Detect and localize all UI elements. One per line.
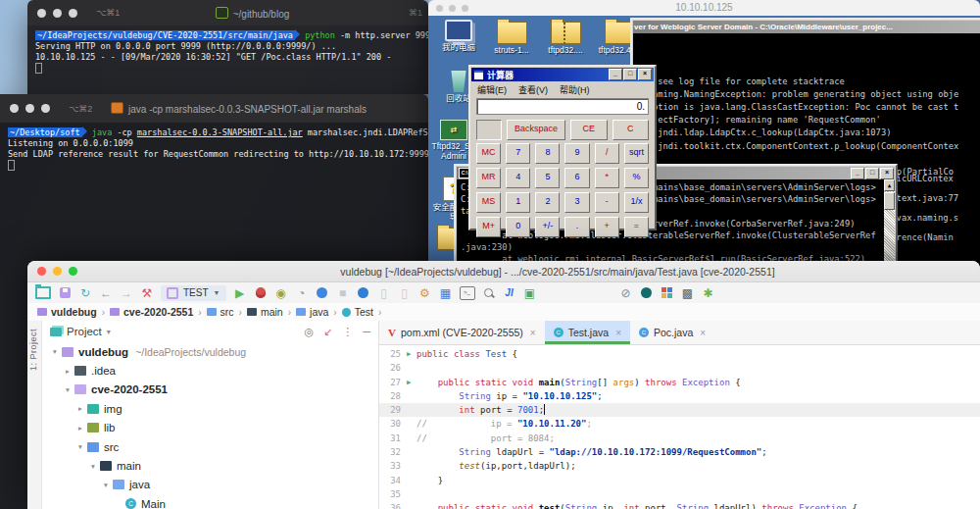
terminal1-output[interactable]: ~/IdeaProjects/vuldebug/CVE-2020-2551/sr…	[27, 25, 428, 94]
project-stripe-label[interactable]: 1: Project	[28, 329, 38, 371]
build-hammer-icon[interactable]: ⚒	[140, 285, 154, 301]
calculator-titlebar[interactable]: 计算器 _□×	[471, 68, 654, 81]
tree-item-main[interactable]: CMain	[42, 494, 378, 509]
close-button[interactable]	[436, 5, 443, 12]
minimize-button[interactable]	[449, 5, 456, 12]
calc-menu-item[interactable]: 查看(V)	[518, 83, 548, 96]
weblogic-console-titlebar[interactable]: ver for Weblogic Server Domain - C:\Orac…	[633, 21, 980, 33]
settings-gear-icon[interactable]: ⚙	[418, 285, 432, 301]
editor-area[interactable]: Vpom.xml (CVE-2020-2555)×CTest.java×CPoc…	[379, 321, 980, 509]
cmd-console-maximize-button[interactable]: □	[865, 168, 879, 179]
calc-button-1[interactable]: 1	[506, 192, 530, 213]
services-grid-icon[interactable]: ▦	[439, 285, 453, 301]
calc-button-+[interactable]: +	[595, 217, 619, 237]
open-project-icon[interactable]	[35, 285, 51, 301]
calc-button-MR[interactable]: MR	[476, 168, 501, 188]
save-all-icon[interactable]	[58, 285, 72, 301]
desktop-icon-my-computer[interactable]: 我的电脑	[432, 20, 485, 53]
close-button[interactable]	[10, 104, 19, 113]
calc-button-MC[interactable]: MC	[476, 143, 501, 164]
zoom-button[interactable]	[69, 9, 77, 18]
stop-icon[interactable]: ■	[336, 285, 350, 301]
breadcrumb-item-vuldebug[interactable]: vuldebug	[37, 306, 97, 318]
calculator-close-button[interactable]: ×	[638, 69, 652, 80]
cmd-console-close-button[interactable]: ×	[880, 168, 894, 179]
minimize-button[interactable]	[53, 267, 62, 276]
calc-menu-item[interactable]: 帮助(H)	[560, 83, 590, 96]
calc-button-%[interactable]: %	[624, 168, 649, 188]
calculator-minimize-button[interactable]: _	[609, 69, 622, 80]
tool-window-stripe[interactable]: 1: Project	[27, 321, 42, 509]
calc-button-3[interactable]: 3	[564, 192, 589, 213]
desktop-icon-struts-folder[interactable]: struts-1...	[485, 22, 538, 56]
minimize-button[interactable]	[25, 104, 34, 113]
calc-button-.[interactable]: .	[564, 217, 589, 237]
back-icon[interactable]: ←	[99, 285, 113, 301]
run-icon[interactable]: ▶	[233, 285, 247, 301]
collapse-all-icon[interactable]: ↙	[323, 326, 332, 338]
code-editor[interactable]: 25▶public class Test {26 27▶ public stat…	[379, 344, 980, 509]
sync-icon[interactable]: ↻	[78, 285, 92, 301]
calc-button-=[interactable]: =	[624, 217, 649, 237]
sonarlint-icon[interactable]	[640, 285, 654, 301]
breadcrumb-item-main[interactable]: main	[247, 306, 283, 318]
calc-button-backspace[interactable]: Backspace	[507, 120, 565, 140]
tab-pom-xml[interactable]: Vpom.xml (CVE-2020-2555)×	[379, 321, 545, 344]
calc-button--[interactable]: -	[595, 192, 619, 213]
calc-button-7[interactable]: 7	[506, 143, 530, 164]
async-profiler-icon[interactable]	[316, 285, 329, 301]
close-tab-icon[interactable]: ×	[530, 328, 536, 338]
window-controls[interactable]	[37, 267, 84, 276]
tab-poc-java[interactable]: CPoc.java×	[630, 321, 714, 344]
calc-button-+/-[interactable]: +/-	[535, 217, 560, 237]
chevron-down-icon[interactable]: ▾	[107, 328, 111, 336]
tree-item-cve-2020-2551[interactable]: ▾cve-2020-2551	[42, 381, 378, 399]
breadcrumb-item-cve-2020-2551[interactable]: cve-2020-2551	[110, 306, 193, 318]
minimize-button[interactable]	[53, 9, 62, 18]
scroll-thumb[interactable]	[884, 192, 895, 210]
terminal-icon[interactable]: >_	[460, 285, 475, 301]
locate-target-icon[interactable]: ◎	[304, 326, 314, 338]
bashsupport-icon[interactable]	[357, 285, 370, 301]
calc-menu-item[interactable]: 编辑(E)	[477, 83, 507, 96]
calc-button-2[interactable]: 2	[535, 192, 560, 213]
desktop-icon-tftpd32-zip[interactable]: tftpd32....	[539, 22, 592, 56]
hide-panel-icon[interactable]: ─	[363, 326, 370, 338]
breadcrumb-item-src[interactable]: src	[207, 306, 234, 318]
close-button[interactable]	[37, 9, 46, 18]
breadcrumb-item-test[interactable]: Test	[342, 306, 373, 318]
forward-icon[interactable]: →	[120, 285, 133, 301]
tree-item--idea[interactable]: ▸.idea	[42, 361, 378, 380]
close-button[interactable]	[37, 267, 46, 276]
debug-icon[interactable]	[254, 285, 268, 301]
scroll-up-button[interactable]: ▲	[884, 179, 895, 191]
zoom-button[interactable]	[462, 5, 468, 12]
calc-button-/[interactable]: /	[595, 143, 619, 164]
breadcrumb-item-java[interactable]: java	[296, 306, 328, 318]
calc-button-4[interactable]: 4	[506, 168, 530, 188]
calc-button-ce[interactable]: CE	[570, 120, 608, 140]
calculator-maximize-button[interactable]: □	[623, 69, 637, 80]
profile-icon[interactable]: ◔	[295, 285, 309, 301]
calc-button-0[interactable]: 0	[506, 217, 530, 237]
tab-test-java[interactable]: CTest.java×	[545, 321, 630, 344]
calc-button-MS[interactable]: MS	[476, 192, 501, 213]
search-everywhere-icon[interactable]	[482, 285, 496, 301]
tree-item-vuldebug[interactable]: ▾vuldebug~/IdeaProjects/vuldebug	[42, 342, 378, 361]
tree-item-main[interactable]: ▾main	[42, 456, 378, 475]
plugin-grid-icon[interactable]	[661, 285, 674, 301]
window-controls[interactable]	[37, 9, 84, 18]
gc-icon[interactable]: ▯	[398, 285, 412, 301]
calc-button-1/x[interactable]: 1/x	[624, 192, 649, 213]
zoom-button[interactable]	[41, 104, 50, 113]
project-panel-header[interactable]: Project ▾ ◎↙⋮─	[42, 321, 378, 342]
jprofiler-icon[interactable]: JI	[503, 285, 516, 301]
calc-button-*[interactable]: *	[595, 168, 619, 188]
calc-button-8[interactable]: 8	[535, 143, 560, 164]
tree-item-lib[interactable]: ▸lib	[42, 419, 378, 437]
calc-button-sqrt[interactable]: sqrt	[624, 143, 649, 164]
monitor-icon[interactable]: ▣	[523, 285, 537, 301]
calc-button-9[interactable]: 9	[564, 143, 589, 164]
more-options-icon[interactable]: ⋮	[342, 326, 353, 338]
tree-item-java[interactable]: ▾java	[42, 476, 378, 494]
